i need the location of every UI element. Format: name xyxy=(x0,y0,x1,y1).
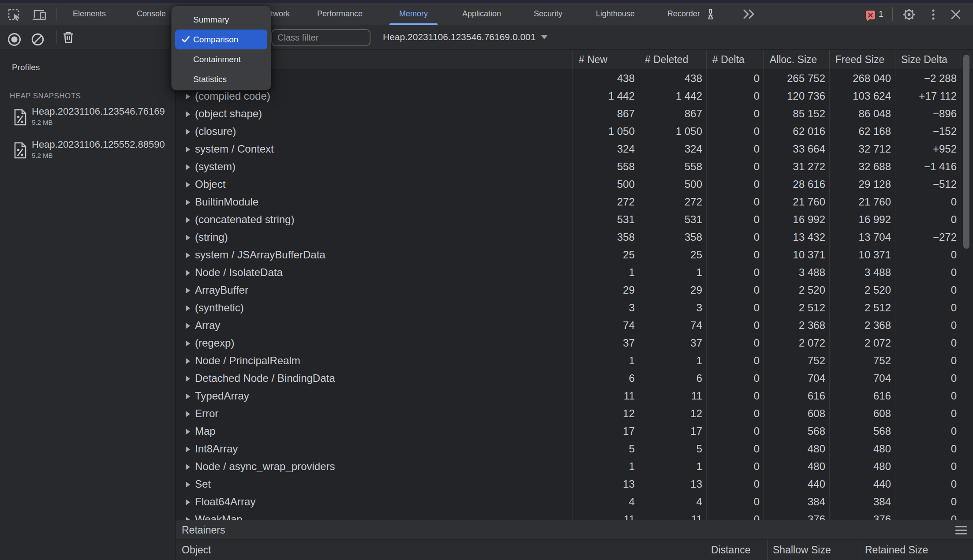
table-row[interactable]: Object500500028 61629 128−512 xyxy=(176,175,973,193)
cell-value: −512 xyxy=(895,175,957,193)
disclosure-triangle-icon[interactable] xyxy=(186,235,190,241)
close-devtools-icon[interactable] xyxy=(950,9,962,20)
disclosure-triangle-icon[interactable] xyxy=(186,305,190,311)
heap-snapshot-item[interactable]: Heap.20231106.125552.885905.2 MB xyxy=(0,139,175,167)
table-row[interactable]: Int8Array5504804800 xyxy=(176,440,973,458)
tab-memory[interactable]: Memory xyxy=(389,3,438,25)
heap-grid-header[interactable]: # New# Deleted# DeltaAlloc. SizeFreed Si… xyxy=(176,50,973,69)
tab-elements[interactable]: Elements xyxy=(63,3,116,25)
disclosure-triangle-icon[interactable] xyxy=(186,252,190,258)
disclosure-triangle-icon[interactable] xyxy=(186,376,190,382)
menu-item-summary[interactable]: Summary xyxy=(175,10,267,30)
table-row[interactable]: TypedArray111106166160 xyxy=(176,387,973,405)
table-row[interactable]: (compiled code)1 4421 4420120 736103 624… xyxy=(176,87,973,105)
hamburger-menu-icon[interactable] xyxy=(955,526,967,534)
menu-item-containment[interactable]: Containment xyxy=(175,49,267,69)
disclosure-triangle-icon[interactable] xyxy=(186,429,190,435)
retainers-header[interactable]: ObjectDistanceShallow SizeRetained Size xyxy=(176,540,973,560)
retainers-column-header-shallow-size[interactable]: Shallow Size xyxy=(773,540,831,560)
cell-value: 608 xyxy=(763,405,825,422)
disclosure-triangle-icon[interactable] xyxy=(186,287,190,294)
disclosure-triangle-icon[interactable] xyxy=(186,129,190,135)
retainers-column-header-distance[interactable]: Distance xyxy=(711,540,750,560)
disclosure-triangle-icon[interactable] xyxy=(186,340,190,347)
table-row[interactable]: (object shape)867867085 15286 048−896 xyxy=(176,105,973,123)
tab-recorder[interactable]: Recorder xyxy=(658,3,725,25)
cell-value: 0 xyxy=(895,211,957,228)
vertical-scrollbar-thumb[interactable] xyxy=(963,55,969,249)
table-row[interactable]: Node / PrincipalRealm1107527520 xyxy=(176,352,973,370)
disclosure-triangle-icon[interactable] xyxy=(186,482,190,488)
menu-item-label: Summary xyxy=(193,15,229,25)
table-row[interactable]: Float64Array4403843840 xyxy=(176,493,973,511)
cell-value: 1 xyxy=(639,264,702,281)
table-row[interactable]: Node / IsolateData1103 4883 4880 xyxy=(176,264,973,281)
clear-profiles-icon[interactable] xyxy=(31,33,44,46)
kebab-menu-icon[interactable] xyxy=(931,9,936,20)
disclosure-triangle-icon[interactable] xyxy=(186,164,190,170)
table-row[interactable]: Detached Node / BindingData6607047040 xyxy=(176,370,973,387)
table-row[interactable]: (closure)1 0501 050062 01662 168−152 xyxy=(176,123,973,140)
disclosure-triangle-icon[interactable] xyxy=(186,111,190,117)
table-row[interactable]: Array747402 3682 3680 xyxy=(176,317,973,334)
class-filter-input[interactable] xyxy=(271,29,370,46)
column-header-alloc-size[interactable]: Alloc. Size xyxy=(770,50,817,69)
disclosure-triangle-icon[interactable] xyxy=(186,93,190,100)
heap-snapshot-item[interactable]: Heap.20231106.123546.761695.2 MB xyxy=(0,106,175,134)
table-row[interactable]: (synthetic)3302 5122 5120 xyxy=(176,299,973,317)
settings-gear-icon[interactable] xyxy=(902,8,916,21)
table-row[interactable]: ArrayBuffer292902 5202 5200 xyxy=(176,281,973,299)
column-header-size-delta[interactable]: Size Delta xyxy=(901,50,947,69)
delete-profile-icon[interactable] xyxy=(63,31,74,44)
disclosure-triangle-icon[interactable] xyxy=(186,199,190,205)
column-header-freed-size[interactable]: Freed Size xyxy=(835,50,884,69)
column-header-deleted[interactable]: # Deleted xyxy=(645,50,688,69)
disclosure-triangle-icon[interactable] xyxy=(186,517,190,520)
column-header-delta[interactable]: # Delta xyxy=(712,50,745,69)
table-row[interactable]: system / JSArrayBufferData2525010 37110 … xyxy=(176,246,973,264)
table-row[interactable]: 4384380265 752268 040−2 288 xyxy=(176,70,973,87)
cell-value: 32 712 xyxy=(829,140,891,158)
table-row[interactable]: Set131304404400 xyxy=(176,475,973,493)
disclosure-triangle-icon[interactable] xyxy=(186,270,190,276)
cell-value: 3 488 xyxy=(763,264,825,281)
table-row[interactable]: WeakMap111103763760 xyxy=(176,511,973,520)
menu-item-comparison[interactable]: Comparison xyxy=(175,30,267,49)
tab-performance[interactable]: Performance xyxy=(307,3,372,25)
table-row[interactable]: (system)558558031 27232 688−1 416 xyxy=(176,158,973,175)
table-row[interactable]: (regexp)373702 0722 0720 xyxy=(176,334,973,352)
disclosure-triangle-icon[interactable] xyxy=(186,499,190,505)
device-toolbar-icon[interactable] xyxy=(32,9,47,21)
cell-value: 21 760 xyxy=(763,193,825,211)
tab-security[interactable]: Security xyxy=(524,3,572,25)
retainers-column-header-object[interactable]: Object xyxy=(182,540,211,560)
tab-lighthouse[interactable]: Lighthouse xyxy=(586,3,644,25)
disclosure-triangle-icon[interactable] xyxy=(186,217,190,223)
inspect-element-icon[interactable] xyxy=(8,9,21,21)
table-row[interactable]: (concatenated string)531531016 99216 992… xyxy=(176,211,973,228)
disclosure-triangle-icon[interactable] xyxy=(186,323,190,329)
menu-item-statistics[interactable]: Statistics xyxy=(175,69,267,89)
error-badge-icon[interactable] xyxy=(866,11,875,19)
table-row[interactable]: system / Context324324033 66432 712+952 xyxy=(176,140,973,158)
disclosure-triangle-icon[interactable] xyxy=(186,446,190,452)
table-row[interactable]: (string)358358013 43213 704−272 xyxy=(176,228,973,246)
table-row[interactable]: BuiltinModule272272021 76021 7600 xyxy=(176,193,973,211)
record-heap-snapshot-icon[interactable] xyxy=(7,33,21,46)
devtools-tabbar: 1 ElementsConsoleNetworkPerformanceMemor… xyxy=(0,3,973,25)
more-tabs-chevron-icon[interactable] xyxy=(741,8,756,20)
disclosure-triangle-icon[interactable] xyxy=(186,464,190,470)
table-row[interactable]: Node / async_wrap_providers1104804800 xyxy=(176,458,973,475)
disclosure-triangle-icon[interactable] xyxy=(186,182,190,188)
disclosure-triangle-icon[interactable] xyxy=(186,146,190,153)
disclosure-triangle-icon[interactable] xyxy=(186,411,190,417)
table-row[interactable]: Map171705685680 xyxy=(176,422,973,440)
tab-console[interactable]: Console xyxy=(127,3,176,25)
retainers-column-header-retained-size[interactable]: Retained Size xyxy=(865,540,928,560)
table-row[interactable]: Error121206086080 xyxy=(176,405,973,422)
disclosure-triangle-icon[interactable] xyxy=(186,358,190,364)
disclosure-triangle-icon[interactable] xyxy=(186,393,190,399)
column-header-new[interactable]: # New xyxy=(579,50,607,69)
heap-snapshot-select[interactable]: Heap.20231106.123546.76169.0.001 xyxy=(383,25,548,49)
tab-application[interactable]: Application xyxy=(453,3,511,25)
